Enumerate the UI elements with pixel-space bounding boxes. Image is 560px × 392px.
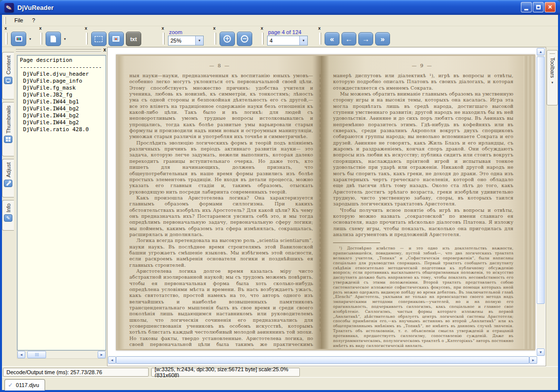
maximize-button[interactable] <box>533 2 544 12</box>
combo-arrow-button[interactable]: ▼ <box>299 36 307 45</box>
toolbar-group-close-icon[interactable]: x <box>261 26 263 31</box>
toolbar-grip-handle[interactable] <box>163 33 165 45</box>
page-layout-button[interactable] <box>46 32 61 46</box>
next-page-button[interactable]: → <box>358 32 373 46</box>
scroll-right-icon[interactable]: ► <box>529 356 537 364</box>
export-text-button[interactable]: txt <box>126 32 141 46</box>
toolbar-group-close-icon[interactable]: x <box>213 26 216 31</box>
panel-divider: ------------------------- <box>20 64 106 71</box>
scroll-up-icon[interactable]: ▲ <box>537 48 545 55</box>
sidebar-tab-label: Thumbnails <box>5 105 11 134</box>
render-mode-button[interactable] <box>11 32 26 46</box>
page-number: — 9 — <box>321 63 523 68</box>
chevron-down-icon[interactable]: ▼ <box>63 38 66 41</box>
info-pen-icon: ✎ <box>4 214 12 222</box>
scroll-right-icon[interactable]: ► <box>98 351 106 358</box>
panel-horizontal-scrollbar[interactable]: ◄ ► <box>17 350 106 359</box>
list-item: DjVuFile.IW44_bg1 <box>20 98 106 105</box>
sidebar-tab-thumbnails[interactable]: Thumbnails <box>2 102 14 156</box>
toolbar-group-close-icon[interactable]: x <box>39 26 42 31</box>
export-image-button[interactable] <box>109 32 124 46</box>
toolbar-grip-handle[interactable] <box>319 33 321 45</box>
list-item: DjVuFile.djvu_header <box>20 71 106 78</box>
chevron-down-icon: ▾ <box>552 81 554 85</box>
list-item: DjVuFile.fg_mask <box>20 85 106 92</box>
select-region-icon <box>95 36 103 42</box>
toolbar-grip-handle[interactable] <box>5 33 7 45</box>
close-icon: ✕ <box>548 4 552 10</box>
side-tab-grip <box>550 53 555 55</box>
minimize-button[interactable] <box>521 2 532 12</box>
sidebar-tab-label: Adjust <box>5 162 11 178</box>
pen-icon: ✎ <box>5 3 12 12</box>
last-page-button[interactable]: » <box>375 32 390 46</box>
toolbar-grip-handle[interactable] <box>40 33 42 45</box>
page-indicator-label: page 4 of 124 <box>268 29 301 35</box>
combo-arrow-button[interactable]: ▼ <box>195 36 203 45</box>
toolbar-group-close-icon[interactable]: x <box>4 26 7 31</box>
previous-page-button[interactable]: ← <box>341 32 356 46</box>
sidebar-tab-info[interactable]: Info ✎ <box>2 200 14 231</box>
footnote-text: ¹) Достовѣрно извѣстно — и это одно изъ … <box>321 246 523 348</box>
zoom-combobox[interactable]: 25% ▼ <box>168 36 204 46</box>
menu-help[interactable]: ? <box>28 16 40 25</box>
page-layout-icon <box>51 36 56 43</box>
minimize-icon <box>524 9 528 10</box>
zoom-out-icon: − <box>241 35 248 43</box>
close-button[interactable]: ✕ <box>545 2 556 12</box>
zoom-out-button[interactable]: − <box>237 32 252 46</box>
zoom-label: zoom <box>169 29 182 35</box>
scrollbar-thumb[interactable] <box>116 356 529 364</box>
previous-page-icon: ← <box>345 35 352 43</box>
toolbar-group-close-icon[interactable]: x <box>85 26 87 31</box>
menu-grip-handle[interactable] <box>4 17 6 24</box>
page-description-list: Page description -----------------------… <box>17 55 106 350</box>
render-mode-icon <box>15 36 22 42</box>
toolbar-group-zoom-buttons: x + − <box>212 26 256 47</box>
first-page-button[interactable]: « <box>325 32 339 46</box>
zoom-in-button[interactable]: + <box>220 32 235 46</box>
file-tab[interactable]: ✓ 0117.djvu <box>4 379 45 391</box>
menu-file[interactable]: File <box>10 16 28 25</box>
sidebar-tab-label: Content <box>5 55 11 75</box>
main-area: Content Thumbnails Adjust Info ✎ x Page … <box>2 47 558 366</box>
document-vertical-scrollbar[interactable]: ▲ ▼ <box>537 48 545 356</box>
sidebar-tab-adjust[interactable]: Adjust <box>2 159 14 197</box>
chevron-down-icon[interactable]: ▼ <box>29 38 32 41</box>
zoom-value: 25% <box>168 38 195 44</box>
toolbar-group-export: x txt <box>83 26 145 47</box>
check-icon: ✓ <box>8 382 13 389</box>
scrollbar-thumb[interactable] <box>537 56 545 304</box>
toolbar-group-navigation: x « ← → » <box>317 26 394 47</box>
panel-grip-handle[interactable] <box>16 49 101 52</box>
toolbar-group-zoom: x zoom 25% ▼ <box>160 26 208 47</box>
sidebar-tab-content[interactable]: Content <box>2 52 14 99</box>
toolbar-group-layout: x ▼ <box>38 26 70 47</box>
file-tab-bar: ✓ 0117.djvu <box>2 377 558 390</box>
book-page-left: — 8 — ныя науки—науки, предназначенныя к… <box>118 56 321 349</box>
toolbar-grip-handle[interactable] <box>214 33 216 45</box>
toolbar-group-close-icon[interactable]: x <box>162 26 164 31</box>
scroll-left-icon[interactable]: ◄ <box>108 356 116 364</box>
toolbars-side-tab[interactable]: Toolbars ▾ <box>547 50 558 105</box>
book-page-right: — 9 — манерѣ диспутовъ или діалектикѣ ¹)… <box>321 56 523 349</box>
book-gutter <box>312 56 329 349</box>
scroll-left-icon[interactable]: ◄ <box>17 351 25 358</box>
toolbar-grip-handle[interactable] <box>262 33 264 45</box>
document-horizontal-scrollbar[interactable]: ◄ ► <box>108 356 537 364</box>
sidebar-tab-label: Info <box>5 203 11 212</box>
scrollbar-thumb[interactable] <box>27 351 46 358</box>
page-paragraph: ныя науки—науки, предназначенныя къ восп… <box>129 73 313 140</box>
scroll-down-icon[interactable]: ▼ <box>537 348 545 356</box>
document-view[interactable]: — 8 — ныя науки—науки, предназначенныя к… <box>107 47 546 366</box>
select-region-button[interactable] <box>91 32 107 46</box>
list-item: DjVuFile.IW44_bg2 <box>20 105 106 112</box>
toolbar-grip-handle[interactable] <box>86 33 88 45</box>
panel-title: Page description <box>20 57 106 64</box>
last-page-icon: » <box>381 35 385 43</box>
sidebar-tabstrip: Content Thumbnails Adjust Info ✎ <box>2 47 15 366</box>
page-combobox[interactable]: 4 ▼ <box>267 36 308 46</box>
page-description-panel: x Page description ---------------------… <box>15 47 108 366</box>
toolbar-group-close-icon[interactable]: x <box>318 26 321 31</box>
panel-close-icon[interactable]: x <box>103 47 106 52</box>
